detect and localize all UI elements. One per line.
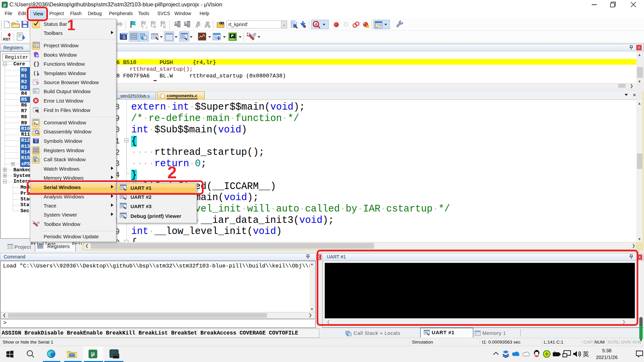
svg-text:{}: {}: [33, 61, 40, 67]
svg-text:d: d: [315, 22, 317, 27]
svg-text:S: S: [122, 35, 125, 40]
svg-text:S: S: [35, 139, 37, 143]
svg-text:?: ?: [37, 54, 38, 57]
